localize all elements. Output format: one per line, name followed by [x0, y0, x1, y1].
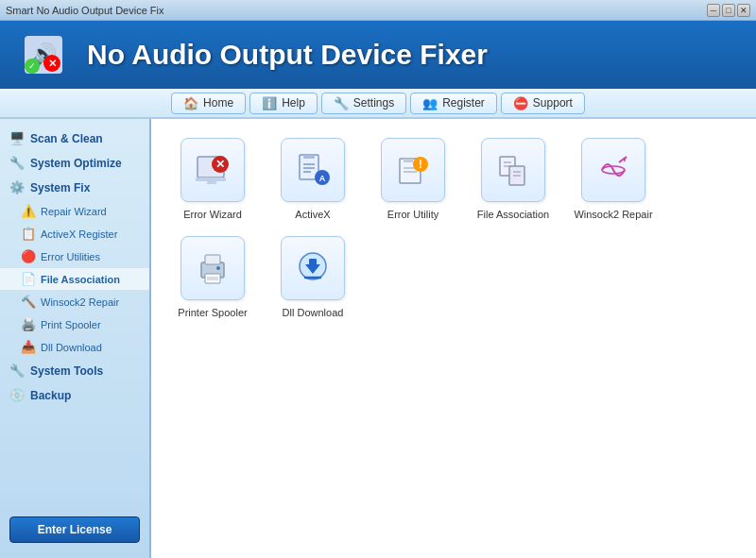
register-button[interactable]: 👥 Register: [410, 93, 497, 114]
error-wizard-icon-box: ✕: [180, 138, 245, 202]
sidebar-item-repair-wizard[interactable]: ⚠️ Repair Wizard: [0, 200, 149, 222]
svg-rect-13: [404, 159, 413, 162]
wrench-icon: 🔧: [9, 156, 25, 170]
svg-rect-29: [205, 274, 220, 283]
activex-icon-box: A: [281, 138, 345, 202]
winsock2-icon-box: [581, 138, 645, 202]
sidebar-item-system-fix[interactable]: ⚙️ System Fix: [0, 176, 149, 199]
printer-spooler-label: Printer Spooler: [178, 306, 247, 319]
settings-icon: 🔧: [334, 96, 349, 110]
activex-label: ActiveX: [295, 208, 330, 221]
main-layout: 🖥️ Scan & Clean 🔧 System Optimize ⚙️ Sys…: [0, 119, 756, 558]
file-association-label: File Association: [477, 208, 549, 221]
file-association-icon-box: [481, 138, 545, 202]
enter-license-button[interactable]: Enter License: [9, 516, 140, 543]
sidebar-item-system-optimize[interactable]: 🔧 System Optimize: [0, 151, 149, 175]
download-icon: 📥: [21, 340, 36, 354]
gear-icon: ⚙️: [9, 180, 25, 194]
home-button[interactable]: 🏠 Home: [171, 93, 246, 114]
sidebar-item-activex-register[interactable]: 📋 ActiveX Register: [0, 223, 149, 245]
sidebar: 🖥️ Scan & Clean 🔧 System Optimize ⚙️ Sys…: [0, 119, 151, 558]
clipboard-icon: 📋: [21, 227, 36, 241]
check-badge: ✓: [25, 59, 40, 74]
printer-icon: 🖨️: [21, 317, 36, 331]
content-area: ✕ Error Wizard A: [151, 119, 756, 558]
sidebar-item-error-utilities[interactable]: 🔴 Error Utilities: [0, 245, 149, 267]
sidebar-item-print-spooler[interactable]: 🖨️ Print Spooler: [0, 313, 149, 335]
svg-rect-2: [207, 181, 216, 184]
support-icon: ⛔: [513, 96, 528, 110]
support-button[interactable]: ⛔ Support: [501, 93, 585, 114]
sidebar-item-backup[interactable]: 💿 Backup: [0, 383, 149, 407]
tool-printer-spooler[interactable]: Printer Spooler: [170, 236, 255, 319]
tool-grid: ✕ Error Wizard A: [170, 138, 737, 320]
file-association-icon: [492, 149, 534, 191]
tool-file-association[interactable]: File Association: [471, 138, 556, 221]
winsock2-icon: [593, 149, 634, 191]
settings-button[interactable]: 🔧 Settings: [321, 93, 406, 114]
register-icon: 👥: [422, 96, 438, 110]
dll-download-label: Dll Download: [283, 306, 344, 319]
title-bar-controls: ─ □ ✕: [707, 4, 750, 17]
svg-text:A: A: [319, 174, 326, 183]
winsock2-label: Winsock2 Repair: [574, 208, 652, 221]
error-utility-icon-box: !: [381, 138, 445, 202]
tool-dll-download[interactable]: Dll Download: [270, 236, 355, 319]
monitor-icon: 🖥️: [9, 131, 25, 145]
nav-bar: 🏠 Home ℹ️ Help 🔧 Settings 👥 Register ⛔ S…: [0, 89, 756, 119]
sidebar-item-system-tools[interactable]: 🔧 System Tools: [0, 359, 149, 382]
svg-text:!: !: [419, 158, 422, 171]
error-utility-label: Error Utility: [387, 208, 438, 221]
maximize-button[interactable]: □: [722, 4, 735, 17]
svg-point-30: [216, 266, 220, 270]
backup-icon: 💿: [9, 388, 25, 402]
svg-text:✕: ✕: [215, 158, 225, 171]
title-bar-text: Smart No Audio Output Device Fix: [6, 5, 707, 16]
tool-error-utility[interactable]: ! Error Utility: [370, 138, 455, 221]
minimize-button[interactable]: ─: [707, 4, 720, 17]
tool-error-wizard[interactable]: ✕ Error Wizard: [170, 138, 255, 221]
sidebar-item-file-association[interactable]: 📄 File Association: [0, 268, 149, 290]
app-title: No Audio Output Device Fixer: [87, 39, 488, 71]
app-header: 🔊 ✕ ✓ No Audio Output Device Fixer: [0, 21, 756, 89]
svg-rect-6: [303, 155, 315, 159]
svg-rect-28: [205, 255, 220, 264]
sidebar-item-winsock2-repair[interactable]: 🔨 Winsock2 Repair: [0, 291, 149, 313]
svg-rect-35: [309, 259, 317, 266]
help-icon: ℹ️: [262, 96, 277, 110]
dll-download-icon: [292, 247, 334, 289]
tool-activex[interactable]: A ActiveX: [270, 138, 355, 221]
x-badge: ✕: [43, 55, 60, 72]
document-icon: 📄: [21, 272, 36, 286]
tools-icon: 🔧: [9, 364, 25, 378]
warning-icon: ⚠️: [21, 204, 36, 218]
error-wizard-icon: ✕: [192, 149, 233, 191]
close-button[interactable]: ✕: [737, 4, 750, 17]
svg-rect-1: [196, 178, 226, 181]
error-utility-icon: !: [392, 149, 434, 191]
printer-spooler-icon-box: [180, 236, 245, 300]
hammer-icon: 🔨: [21, 295, 36, 309]
app-logo: 🔊 ✕ ✓: [15, 29, 72, 81]
home-icon: 🏠: [183, 96, 198, 110]
help-button[interactable]: ℹ️ Help: [249, 93, 318, 114]
error-icon: 🔴: [21, 249, 36, 263]
error-wizard-label: Error Wizard: [183, 208, 242, 221]
sidebar-item-scan-clean[interactable]: 🖥️ Scan & Clean: [0, 127, 149, 150]
title-bar: Smart No Audio Output Device Fix ─ □ ✕: [0, 0, 756, 21]
activex-icon: A: [292, 149, 334, 191]
printer-spooler-icon: [192, 247, 233, 289]
speaker-icon: 🔊 ✕ ✓: [25, 36, 62, 74]
sidebar-item-dll-download[interactable]: 📥 Dll Download: [0, 336, 149, 358]
dll-download-icon-box: [281, 236, 345, 300]
tool-winsock2-repair[interactable]: Winsock2 Repair: [571, 138, 656, 221]
